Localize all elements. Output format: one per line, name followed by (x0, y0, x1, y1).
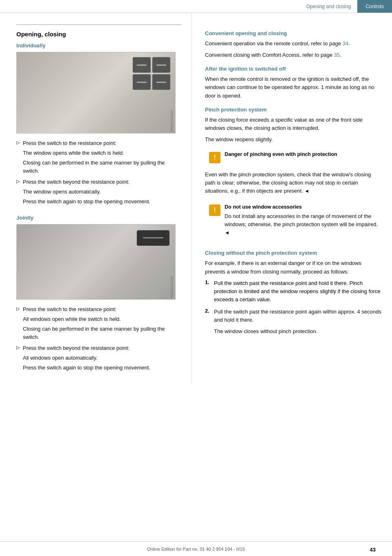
header-bar: Opening and closing Controls (0, 0, 392, 13)
warning-title-2: Do not use window accessories (225, 204, 378, 211)
jointly-title: Jointly (16, 215, 182, 221)
ignition-title: After the ignition is switched off (205, 66, 382, 72)
bullet-instruction: Press the switch beyond the resistance p… (23, 344, 182, 352)
divider (16, 24, 182, 25)
bullet-detail-1: The window opens automatically. (23, 188, 182, 196)
bullet-detail-1: All windows open while the switch is hel… (23, 315, 182, 323)
warning-box-1: ! Danger of pinching even with pinch pro… (205, 148, 382, 167)
warning-box-2: ! Do not use window accessories Do not i… (205, 200, 382, 244)
image-watermark-2: MWGS3S0MA (170, 276, 174, 298)
step-1: 1. Pull the switch past the resistance p… (205, 279, 382, 304)
end-marker-1: ◄ (305, 188, 310, 194)
jointly-image: MWGS3S0MA (16, 224, 176, 300)
footer-text: Online Edition for Part no. 01 40 2 954 … (147, 547, 245, 552)
section-title: Opening, closing (16, 31, 182, 38)
individually-bullet-1: ▷ Press the switch to the resistance poi… (16, 139, 182, 176)
warning-icon-2: ! (209, 205, 220, 216)
warning-content-1: Danger of pinching even with pinch prote… (225, 151, 378, 160)
closing-no-pinch-intro: For example, if there is an external dan… (205, 259, 382, 276)
convenient-title: Convenient opening and closing (205, 30, 382, 36)
warning2-text: Do not install any accessories in the ra… (225, 212, 378, 237)
step-2-main: Pull the switch past the resistance poin… (214, 308, 382, 324)
switch-line (137, 82, 147, 83)
individually-bullet-2: ▷ Press the switch beyond the resistance… (16, 178, 182, 206)
bullet-arrow: ▷ (16, 179, 20, 184)
switch-icon-fr (152, 57, 170, 73)
jointly-section: Jointly MWGS3S0MA ▷ Press the switch to … (16, 215, 182, 372)
bullet-detail-2: Closing can be performed in the same man… (23, 159, 182, 175)
warning-content-2: Do not use window accessories Do not ins… (225, 204, 378, 240)
closing-no-pinch-title: Closing without the pinch protection sys… (205, 250, 382, 256)
bullet-content: Press the switch beyond the resistance p… (23, 178, 182, 206)
step-1-content: Pull the switch past the resistance poin… (214, 279, 382, 304)
bullet-detail-2: Press the switch again to stop the openi… (23, 364, 182, 372)
page-number: 43 (370, 547, 376, 553)
warning-title-1: Danger of pinching even with pinch prote… (225, 151, 378, 158)
jointly-bullet-1: ▷ Press the switch to the resistance poi… (16, 305, 182, 342)
page-link-34[interactable]: 34 (343, 40, 348, 47)
warning-icon-1: ! (209, 152, 220, 163)
switch-line (137, 64, 147, 66)
content-wrapper: Opening, closing Individually MWDG (0, 13, 392, 384)
bullet-arrow: ▷ (16, 306, 20, 311)
bullet-content: Press the switch to the resistance point… (23, 139, 182, 176)
bullet-detail-2: Press the switch again to stop the openi… (23, 198, 182, 206)
pinch-text1: If the closing force exceeds a specific … (205, 116, 382, 132)
bullet-detail-1: The window opens while the switch is hel… (23, 149, 182, 157)
switch-icon-rr (152, 74, 170, 90)
switch-icons-individually (133, 57, 170, 90)
jointly-switch-wrapper (137, 230, 169, 246)
switch-wide-line (143, 237, 163, 238)
bullet-detail-2: Closing can be performed in the same man… (23, 325, 182, 341)
individually-image: MWDG3S0MA (16, 52, 176, 133)
step-2: 2. Pull the switch past the resistance p… (205, 308, 382, 339)
step-2-label: 2. (205, 308, 214, 314)
bullet-arrow: ▷ (16, 140, 20, 145)
bullet-detail-1: All windows open automatically. (23, 354, 182, 362)
switch-line (156, 64, 166, 66)
right-column: Convenient opening and closing Convenien… (192, 13, 392, 384)
bullet-content: Press the switch beyond the resistance p… (23, 344, 182, 372)
warning1-text: Even with the pinch protection system, c… (205, 171, 382, 195)
section-label: Opening and closing (300, 0, 357, 13)
controls-label: Controls (357, 0, 392, 13)
convenient-para1: Convenient operation via the remote cont… (205, 40, 382, 48)
bullet-arrow: ▷ (16, 345, 20, 350)
bullet-instruction: Press the switch to the resistance point… (23, 305, 182, 314)
switch-icon-rl (133, 74, 151, 90)
bullet-content: Press the switch to the resistance point… (23, 305, 182, 342)
step-2-content: Pull the switch past the resistance poin… (214, 308, 382, 339)
switch-icon-wide (137, 230, 169, 246)
end-marker-2: ◄ (225, 230, 229, 236)
switch-line (156, 82, 166, 83)
step-1-label: 1. (205, 279, 214, 285)
left-column: Opening, closing Individually MWDG (0, 13, 192, 384)
jointly-bullet-2: ▷ Press the switch beyond the resistance… (16, 344, 182, 372)
bullet-instruction: Press the switch to the resistance point… (23, 139, 182, 147)
ignition-text: When the remote control is removed or th… (205, 75, 382, 100)
page-link-35[interactable]: 35 (334, 52, 340, 58)
switch-icon-fl (133, 57, 151, 73)
individually-title: Individually (16, 42, 182, 49)
step-2-sub: The window closes without pinch protecti… (214, 327, 382, 336)
footer: Online Edition for Part no. 01 40 2 954 … (0, 541, 392, 556)
convenient-para2: Convenient closing with Comfort Access, … (205, 51, 382, 59)
image-watermark-1: MWDG3S0MA (170, 110, 174, 131)
bullet-instruction: Press the switch beyond the resistance p… (23, 178, 182, 186)
pinch-title: Pinch protection system (205, 107, 382, 113)
pinch-text2: The window reopens slightly. (205, 136, 382, 144)
